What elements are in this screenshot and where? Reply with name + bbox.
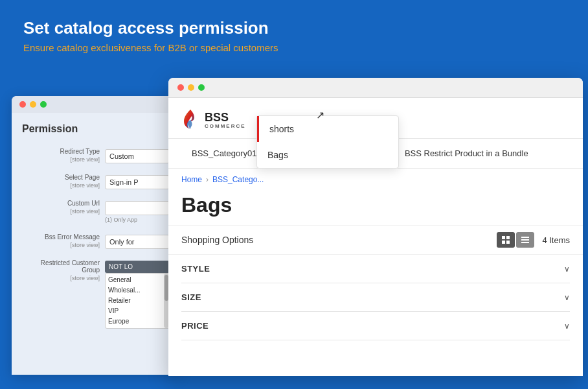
group-list[interactable]: General Wholesal... Retailer VIP Europe: [105, 273, 170, 329]
browser-titlebar: [168, 78, 583, 98]
restricted-group-label: Restricted Customer Group: [22, 259, 100, 274]
bss-error-sublabel: [store view]: [22, 242, 100, 248]
breadcrumb-home[interactable]: Home: [181, 175, 202, 184]
group-europe[interactable]: Europe: [108, 316, 166, 327]
filter-size[interactable]: SIZE ∨: [181, 283, 570, 312]
filter-style-label: STYLE: [181, 264, 210, 274]
dropdown-item-shorts[interactable]: shorts: [257, 116, 398, 142]
page-heading: Bags: [168, 191, 583, 225]
items-count: 4 Items: [542, 235, 570, 245]
bss-error-field[interactable]: Only for: [105, 235, 170, 249]
bss-error-label: Bss Error Message: [22, 233, 100, 241]
browser-maximize-icon[interactable]: [198, 84, 205, 91]
svg-rect-3: [506, 241, 510, 244]
filter-size-label: SIZE: [181, 292, 201, 302]
svg-rect-0: [502, 236, 505, 239]
group-general[interactable]: General: [108, 275, 166, 285]
close-icon[interactable]: [19, 101, 26, 108]
filter-style[interactable]: STYLE ∨: [181, 255, 570, 283]
custom-url-label: Custom Url: [22, 200, 100, 207]
redirect-type-sublabel: [store view]: [22, 156, 100, 163]
page-title: Set catalog access permission: [23, 18, 565, 38]
bss-flame-icon: [181, 108, 199, 132]
permission-panel: Permission Redirect Type [store view] Cu…: [12, 96, 180, 375]
list-view-button[interactable]: [516, 232, 534, 248]
permission-heading: Permission: [22, 123, 170, 135]
grid-view-button[interactable]: [497, 232, 515, 248]
restricted-group-sublabel: [store view]: [22, 275, 100, 281]
select-page-field[interactable]: Sign-in P: [105, 175, 170, 189]
restricted-group-row: Restricted Customer Group [store view] N…: [22, 259, 170, 329]
custom-url-field[interactable]: [105, 201, 170, 215]
group-retailer[interactable]: Retailer: [108, 296, 166, 306]
shopping-options-bar: Shopping Options 4 Items: [168, 225, 583, 255]
filters-area: STYLE ∨ SIZE ∨ PRICE ∨: [168, 255, 583, 340]
grid-icon: [501, 235, 510, 244]
filter-price-arrow: ∨: [564, 322, 570, 331]
nav-item-category01[interactable]: BSS_Category01: [181, 139, 267, 167]
select-page-row: Select Page [store view] Sign-in P: [22, 174, 170, 189]
redirect-type-label: Redirect Type: [22, 148, 100, 155]
shopping-options-label: Shopping Options: [181, 235, 489, 245]
nav-item-bundle[interactable]: BSS Restrict Product in a Bundle: [394, 139, 539, 167]
permission-content: Permission Redirect Type [store view] Cu…: [12, 113, 180, 349]
browser-minimize-icon[interactable]: [188, 84, 194, 91]
header: Set catalog access permission Ensure cat…: [0, 0, 588, 66]
svg-rect-5: [521, 239, 529, 241]
category-dropdown: shorts Bags: [256, 115, 399, 169]
svg-rect-2: [502, 241, 505, 244]
filter-price[interactable]: PRICE ∨: [181, 312, 570, 340]
redirect-type-field[interactable]: Custom: [105, 149, 170, 163]
breadcrumb-separator: ›: [206, 175, 209, 184]
dropdown-item-bags[interactable]: Bags: [257, 142, 398, 168]
view-toggle: [497, 232, 534, 248]
filter-price-label: PRICE: [181, 321, 209, 331]
bss-error-row: Bss Error Message [store view] Only for: [22, 233, 170, 249]
browser-close-icon[interactable]: [177, 84, 184, 91]
bss-logo[interactable]: BSS COMMERCE: [181, 108, 246, 132]
svg-rect-1: [506, 236, 510, 239]
page-subtitle: Ensure catalog exclusiveness for B2B or …: [23, 42, 565, 53]
filter-style-arrow: ∨: [564, 265, 570, 274]
permission-titlebar: [12, 96, 180, 113]
maximize-icon[interactable]: [40, 101, 47, 108]
group-wholesale[interactable]: Wholesal...: [108, 285, 166, 296]
filter-size-arrow: ∨: [564, 293, 570, 302]
select-page-sublabel: [store view]: [22, 182, 100, 189]
minimize-icon[interactable]: [30, 101, 36, 108]
svg-rect-4: [521, 237, 529, 238]
custom-url-sublabel: [store view]: [22, 208, 100, 215]
custom-url-note: (1) Only App: [105, 217, 170, 223]
redirect-type-row: Redirect Type [store view] Custom: [22, 148, 170, 163]
select-page-label: Select Page: [22, 174, 100, 181]
breadcrumb: Home › BSS_Catego...: [168, 169, 583, 191]
custom-url-row: Custom Url [store view] (1) Only App: [22, 200, 170, 223]
bss-brand-text: BSS COMMERCE: [205, 112, 246, 129]
group-vip[interactable]: VIP: [108, 306, 166, 316]
list-icon: [521, 235, 530, 244]
breadcrumb-category[interactable]: BSS_Catego...: [212, 175, 264, 184]
restricted-group-badge: NOT LO: [105, 261, 170, 273]
svg-rect-6: [521, 242, 529, 243]
category-title: Bags: [181, 193, 570, 217]
